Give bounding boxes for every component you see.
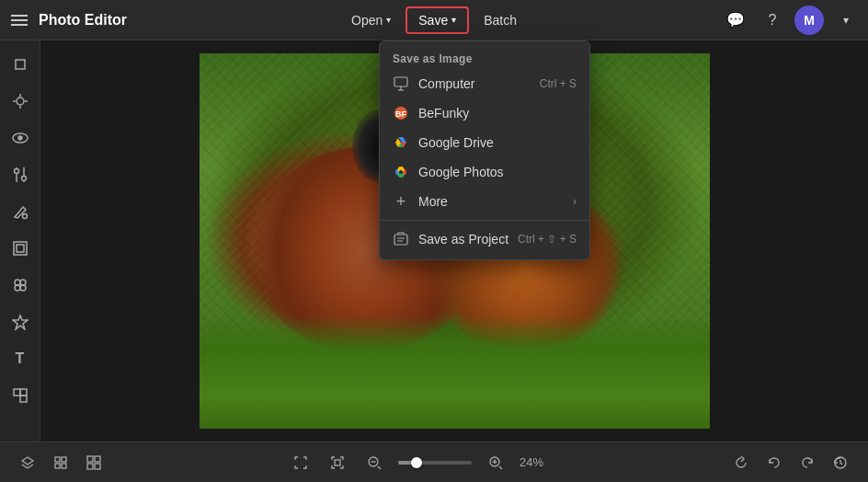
- zoom-in-button[interactable]: [483, 450, 508, 476]
- svg-rect-54: [335, 460, 340, 465]
- grid-button[interactable]: [48, 450, 74, 476]
- svg-line-56: [378, 466, 381, 469]
- header: Photo Editor Open ▾ Save ▾ Batch 💬 ? M ▾…: [0, 0, 868, 40]
- avatar[interactable]: M: [794, 6, 824, 35]
- svg-line-59: [499, 466, 502, 469]
- svg-point-38: [20, 285, 26, 291]
- dropdown-divider: [380, 220, 589, 221]
- zoom-out-button[interactable]: [361, 450, 387, 476]
- svg-point-14: [399, 170, 403, 174]
- sidebar-item-crop[interactable]: [4, 48, 37, 81]
- svg-rect-53: [95, 464, 100, 469]
- save-google-drive-item[interactable]: Google Drive: [380, 128, 589, 157]
- chevron-down-icon: ▾: [843, 14, 849, 27]
- svg-point-25: [18, 136, 22, 140]
- sidebar-item-text[interactable]: T: [4, 342, 37, 375]
- save-chevron-icon: ▾: [451, 15, 456, 25]
- save-befunky-item[interactable]: BF BeFunky: [380, 98, 589, 128]
- computer-label: Computer: [418, 76, 474, 91]
- svg-rect-49: [62, 464, 66, 468]
- sidebar-item-collage[interactable]: [4, 269, 37, 302]
- sidebar-item-graphics[interactable]: [4, 379, 37, 412]
- svg-rect-48: [55, 464, 60, 468]
- header-center: Open ▾ Save ▾ Batch: [340, 6, 528, 34]
- help-button[interactable]: ?: [758, 6, 787, 35]
- google-drive-label: Google Drive: [418, 135, 494, 150]
- more-options-button[interactable]: ▾: [831, 6, 861, 35]
- undo-button[interactable]: [761, 450, 787, 476]
- svg-point-19: [17, 98, 24, 105]
- monitor-icon: [393, 75, 409, 92]
- sidebar-item-frames[interactable]: [4, 232, 37, 265]
- befunky-label: BeFunky: [418, 106, 469, 120]
- svg-rect-52: [87, 464, 93, 469]
- svg-point-26: [14, 169, 18, 174]
- text-icon: T: [16, 350, 25, 367]
- svg-rect-15: [394, 235, 407, 245]
- sidebar-item-preview[interactable]: [4, 121, 37, 155]
- bottom-center-zoom: 24%: [288, 450, 547, 476]
- arrange-button[interactable]: [81, 450, 107, 476]
- svg-point-27: [21, 177, 26, 181]
- svg-point-36: [20, 280, 26, 285]
- open-chevron-icon: ▾: [386, 15, 391, 25]
- google-photos-icon: [393, 164, 409, 180]
- header-left: Photo Editor: [7, 11, 340, 29]
- bottom-left-tools: [15, 450, 107, 476]
- svg-rect-0: [394, 77, 407, 86]
- svg-marker-39: [13, 316, 28, 329]
- svg-line-45: [28, 465, 33, 468]
- message-button[interactable]: 💬: [721, 6, 750, 35]
- header-right: 💬 ? M ▾: [528, 6, 861, 35]
- more-label: More: [418, 194, 448, 209]
- save-project-item[interactable]: Save as Project Ctrl + ⇧ + S: [380, 224, 589, 254]
- save-google-photos-item[interactable]: Google Photos: [380, 157, 589, 187]
- svg-rect-50: [87, 456, 93, 462]
- fit-screen-button[interactable]: [288, 450, 314, 476]
- history-button[interactable]: [828, 450, 853, 476]
- bottom-right-history: [728, 450, 853, 476]
- svg-line-44: [22, 465, 28, 468]
- sidebar-item-paint[interactable]: [4, 195, 37, 228]
- google-photos-label: Google Photos: [418, 165, 504, 179]
- redo-button[interactable]: [794, 450, 820, 476]
- app-title: Photo Editor: [39, 12, 127, 29]
- zoom-percent: 24%: [520, 455, 547, 469]
- svg-rect-51: [95, 456, 100, 462]
- svg-rect-42: [20, 389, 27, 396]
- help-icon: ?: [769, 12, 777, 29]
- actual-size-button[interactable]: [325, 450, 350, 476]
- grass: [200, 316, 710, 429]
- computer-shortcut: Ctrl + S: [540, 77, 577, 90]
- save-more-item[interactable]: + More ›: [380, 187, 589, 216]
- chevron-right-icon: ›: [573, 195, 577, 208]
- layers-button[interactable]: [15, 450, 40, 476]
- zoom-slider-thumb: [411, 457, 422, 468]
- befunky-icon: BF: [393, 105, 409, 121]
- save-computer-item[interactable]: Computer Ctrl + S: [380, 69, 589, 98]
- sidebar-item-effects[interactable]: [4, 85, 37, 118]
- save-project-shortcut: Ctrl + ⇧ + S: [518, 233, 577, 246]
- svg-rect-33: [14, 242, 27, 255]
- sidebar-item-sticker[interactable]: [4, 305, 37, 339]
- open-button[interactable]: Open ▾: [340, 7, 402, 33]
- sidebar-item-adjust[interactable]: [4, 158, 37, 191]
- sidebar: T: [0, 40, 40, 442]
- save-project-label: Save as Project: [418, 232, 508, 247]
- reset-button[interactable]: [728, 450, 754, 476]
- batch-button[interactable]: Batch: [473, 7, 528, 33]
- plus-icon: +: [393, 193, 409, 210]
- save-button[interactable]: Save ▾: [405, 6, 469, 34]
- save-dropdown-menu: Save as Image Computer Ctrl + S BF BeFun…: [379, 40, 590, 260]
- google-drive-icon: [393, 134, 409, 151]
- project-icon: [393, 231, 409, 247]
- dropdown-section-title: Save as Image: [380, 47, 589, 69]
- svg-rect-41: [20, 396, 27, 402]
- svg-rect-40: [14, 389, 20, 396]
- menu-button[interactable]: [7, 11, 31, 29]
- svg-rect-34: [17, 245, 24, 252]
- svg-marker-43: [22, 457, 33, 465]
- svg-rect-46: [55, 457, 60, 462]
- zoom-slider[interactable]: [398, 461, 472, 465]
- svg-text:BF: BF: [395, 109, 406, 119]
